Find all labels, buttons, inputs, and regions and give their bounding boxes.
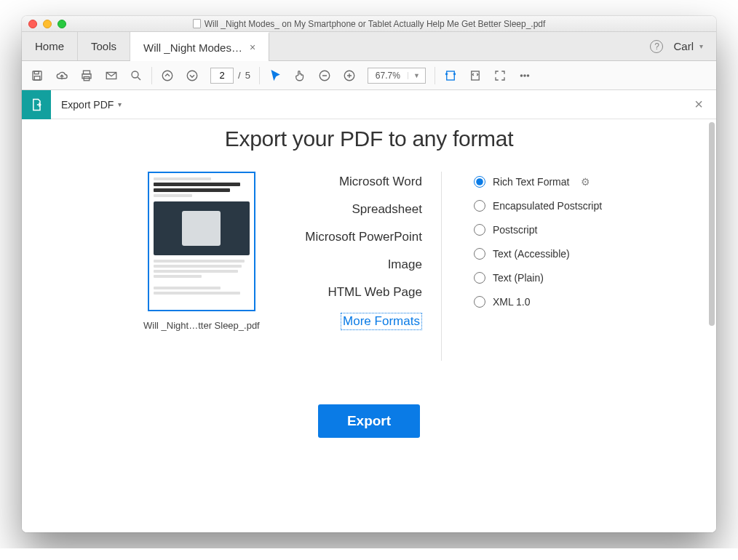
svg-rect-13 [472,71,480,80]
zoom-value: 67.7% [368,71,408,81]
format-options: Rich Text Format⚙Encapsulated Postscript… [471,172,602,308]
svg-rect-1 [34,71,39,74]
tab-close-icon[interactable]: × [250,41,255,53]
svg-rect-2 [34,76,40,79]
tab-home-label: Home [35,40,64,52]
format-option-label: Encapsulated Postscript [493,200,602,212]
format-category[interactable]: More Formats [341,313,422,330]
zoom-select[interactable]: 67.7% ▼ [368,68,426,84]
help-icon[interactable]: ? [650,40,663,53]
format-option-label: Rich Text Format [493,176,570,188]
scrollbar-thumb[interactable] [709,122,715,326]
pointer-icon[interactable] [269,69,282,82]
svg-point-16 [527,74,528,76]
document-thumbnail[interactable] [148,172,255,311]
page-title: Export your PDF to any format [225,127,513,151]
svg-point-14 [520,74,522,76]
svg-point-9 [187,71,197,81]
maximize-window-button[interactable] [57,20,66,28]
format-option[interactable]: Text (Plain) [474,272,602,284]
format-option-label: XML 1.0 [493,296,531,308]
toolbar: / 5 67.7% ▼ [22,61,716,90]
svg-point-8 [162,71,172,81]
user-menu[interactable]: Carl [673,40,694,52]
format-categories: Microsoft WordSpreadsheetMicrosoft Power… [296,172,442,361]
zoom-in-icon[interactable] [343,69,356,82]
format-option[interactable]: XML 1.0 [474,296,602,308]
svg-rect-12 [447,71,455,80]
svg-point-7 [132,71,138,78]
format-option-label: Postscript [493,224,537,236]
fit-page-icon[interactable] [469,69,482,82]
user-name: Carl [673,40,694,52]
format-radio[interactable] [474,224,485,236]
format-radio[interactable] [474,248,485,260]
export-panel-header: Export PDF ▾ × [22,90,716,119]
window-title: Will _Night Modes_ on My Smartphone or T… [22,19,716,29]
export-panel-label: Export PDF [61,99,114,111]
window-controls [22,20,66,28]
chevron-down-icon: ▾ [118,100,122,108]
page-indicator: / 5 [210,68,250,84]
format-option-label: Text (Plain) [493,272,544,284]
format-category[interactable]: Microsoft Word [339,175,422,189]
window-title-text: Will _Night Modes_ on My Smartphone or T… [205,19,546,29]
thumbnail-filename: Will _Night…tter Sleep_.pdf [143,320,260,331]
chevron-down-icon: ▾ [699,42,703,50]
export-pdf-icon [22,90,51,119]
format-radio[interactable] [474,296,485,308]
format-category[interactable]: Image [388,257,422,272]
tab-document-label: Will _Night Modes… [143,41,242,54]
page-down-icon[interactable] [186,69,199,82]
more-icon[interactable] [518,69,531,82]
format-option-label: Text (Accessible) [493,248,570,260]
tab-tools-label: Tools [91,40,116,52]
format-option[interactable]: Rich Text Format⚙ [474,176,602,188]
tab-bar: Home Tools Will _Night Modes… × ? Carl ▾ [22,32,716,61]
format-radio[interactable] [474,176,485,188]
save-icon[interactable] [31,69,44,82]
page-up-icon[interactable] [161,69,174,82]
page-number-input[interactable] [210,68,234,84]
svg-point-15 [524,74,525,76]
format-radio[interactable] [474,272,485,284]
tab-tools[interactable]: Tools [78,32,130,60]
tab-document[interactable]: Will _Night Modes… × [130,32,269,61]
gear-icon[interactable]: ⚙ [581,176,590,188]
export-panel-body: Export your PDF to any format [22,119,716,532]
format-option[interactable]: Encapsulated Postscript [474,200,602,212]
page-total: 5 [245,70,250,81]
thumbnail-column: Will _Night…tter Sleep_.pdf [136,172,267,331]
export-button[interactable]: Export [318,404,420,438]
print-icon[interactable] [80,69,93,82]
svg-rect-3 [84,71,90,74]
search-icon[interactable] [130,69,143,82]
cloud-icon[interactable] [55,69,68,82]
mail-icon[interactable] [105,69,118,82]
titlebar: Will _Night Modes_ on My Smartphone or T… [22,16,716,32]
fullscreen-icon[interactable] [493,69,507,82]
zoom-out-icon[interactable] [318,69,331,82]
close-panel-button[interactable]: × [694,96,716,113]
document-icon [193,19,201,28]
page-separator: / [238,70,241,81]
export-panel-dropdown[interactable]: Export PDF ▾ [51,99,132,111]
format-category[interactable]: Microsoft PowerPoint [305,230,422,244]
fit-width-icon[interactable] [444,69,457,82]
tab-home[interactable]: Home [22,32,78,60]
format-option[interactable]: Text (Accessible) [474,248,602,260]
hand-icon[interactable] [293,69,306,82]
format-radio[interactable] [474,200,485,212]
format-category[interactable]: HTML Web Page [328,285,421,300]
format-category[interactable]: Spreadsheet [352,202,421,217]
format-option[interactable]: Postscript [474,224,602,236]
chevron-down-icon: ▼ [408,72,425,79]
window: Will _Night Modes_ on My Smartphone or T… [22,16,716,532]
minimize-window-button[interactable] [43,20,52,28]
close-window-button[interactable] [28,20,37,28]
